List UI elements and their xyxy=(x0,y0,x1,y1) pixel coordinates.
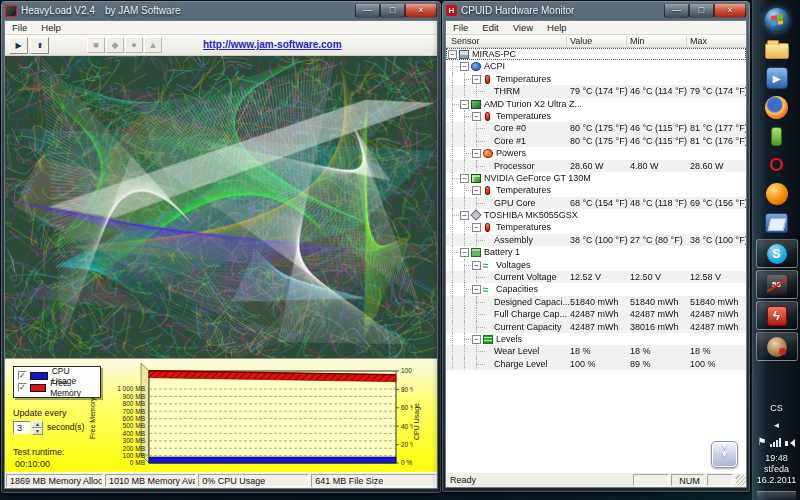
pause-test-button[interactable]: II xyxy=(30,37,49,54)
write-file-icon[interactable]: ◆ xyxy=(106,37,124,53)
tree-row[interactable]: −MIRAS-PC xyxy=(446,48,746,60)
collapse-icon[interactable]: − xyxy=(472,261,481,270)
collapse-icon[interactable]: − xyxy=(460,62,469,71)
jam-software-link[interactable]: http://www.jam-software.com xyxy=(203,39,342,50)
clock-day[interactable]: středa xyxy=(764,464,789,475)
tree-row[interactable]: Designed Capaci...51840 mWh51840 mWh5184… xyxy=(446,296,746,308)
collapse-icon[interactable]: − xyxy=(472,149,481,158)
close-button[interactable]: × xyxy=(714,4,746,18)
tree-row[interactable]: Assembly38 °C (100 °F)27 °C (80 °F)38 °C… xyxy=(446,234,746,246)
network-signal-icon[interactable] xyxy=(770,438,781,447)
expand-all-button[interactable]: ▼ ▼ xyxy=(711,441,738,468)
menu-item-help[interactable]: Help xyxy=(540,21,574,34)
resize-grip[interactable] xyxy=(736,475,746,485)
heavyload-titlebar[interactable]: HeavyLoad V2.4 by JAM Software — □ × xyxy=(1,1,441,20)
taskbar-item-firefox[interactable] xyxy=(765,93,788,121)
checkbox-checked-icon[interactable]: ✓ xyxy=(18,383,27,392)
stop-test-icon[interactable]: ■ xyxy=(87,37,105,53)
clock-date[interactable]: 16.2.2011 xyxy=(757,475,796,486)
minimize-button[interactable]: — xyxy=(664,4,689,18)
column-header-value[interactable]: Value xyxy=(570,36,592,46)
tree-row[interactable]: Charge Level100 %89 %100 % xyxy=(446,358,746,370)
minimize-button[interactable]: — xyxy=(355,4,380,18)
collapse-icon[interactable]: − xyxy=(472,75,481,84)
menu-item-file[interactable]: File xyxy=(5,21,34,34)
tree-row[interactable]: −≈Capacities xyxy=(446,283,746,295)
tree-row[interactable]: THRM79 °C (174 °F)46 °C (114 °F)79 °C (1… xyxy=(446,85,746,97)
collapse-icon[interactable]: − xyxy=(472,285,481,294)
tree-row[interactable]: −Temperatures xyxy=(446,221,746,233)
collapse-icon[interactable]: − xyxy=(460,211,469,220)
clock-time[interactable]: 19:48 xyxy=(765,453,788,464)
column-separator[interactable] xyxy=(686,36,687,46)
maximize-button[interactable]: □ xyxy=(380,4,405,18)
close-button[interactable]: × xyxy=(405,4,437,18)
taskbar-item-heavyload-running[interactable]: 50 xyxy=(756,270,798,299)
menu-item-file[interactable]: File xyxy=(446,21,475,34)
language-indicator[interactable]: CS xyxy=(770,403,783,413)
show-hidden-icons-arrow[interactable]: ◄ xyxy=(773,421,781,430)
menu-item-edit[interactable]: Edit xyxy=(475,21,505,34)
mb-axis-tick: 0 MB xyxy=(130,459,145,466)
column-separator[interactable] xyxy=(566,36,567,46)
column-header-max[interactable]: Max xyxy=(690,36,707,46)
start-test-button[interactable]: ▶ xyxy=(9,37,28,54)
tree-row[interactable]: Processor28.60 W4.80 W28.60 W xyxy=(446,160,746,172)
taskbar-item-phone-tool[interactable] xyxy=(771,122,782,150)
tree-row[interactable]: Current Voltage12.52 V12.50 V12.58 V xyxy=(446,271,746,283)
hwmonitor-titlebar[interactable]: H CPUID Hardware Monitor — □ × xyxy=(442,1,750,20)
tree-row[interactable]: −Levels xyxy=(446,333,746,345)
tree-row[interactable]: −Temperatures xyxy=(446,184,746,196)
show-desktop-button[interactable] xyxy=(757,491,796,500)
taskbar-item-opera[interactable]: O xyxy=(769,151,784,179)
menu-item-view[interactable]: View xyxy=(506,21,540,34)
maximize-button[interactable]: □ xyxy=(689,4,714,18)
taskbar-item-hwmonitor-running[interactable]: ϟ xyxy=(756,301,798,330)
tree-row[interactable]: −AMD Turion X2 Ultra Z... xyxy=(446,98,746,110)
tree-row[interactable]: −Temperatures xyxy=(446,110,746,122)
checkbox-checked-icon[interactable]: ✓ xyxy=(18,371,27,380)
collapse-icon[interactable]: − xyxy=(448,50,457,59)
tree-row[interactable]: Core #180 °C (175 °F)46 °C (115 °F)81 °C… xyxy=(446,135,746,147)
taskbar-item-irfanview-running[interactable] xyxy=(756,332,798,361)
tree-row[interactable]: −NVIDIA GeForce GT 130M xyxy=(446,172,746,184)
tree-row[interactable]: −TOSHIBA MK5055GSX xyxy=(446,209,746,221)
taskbar-item-image-app[interactable] xyxy=(765,209,788,237)
taskbar-item-media-player[interactable]: ▶ xyxy=(766,64,788,92)
start-button[interactable] xyxy=(765,6,789,34)
allocate-memory-icon[interactable]: ● xyxy=(125,37,143,53)
collapse-icon[interactable]: − xyxy=(472,335,481,344)
tree-row[interactable]: −≈Voltages xyxy=(446,259,746,271)
taskbar-item-avast[interactable] xyxy=(766,180,788,208)
taskbar-item-skype-running[interactable]: S xyxy=(756,239,798,268)
simulate-load-icon[interactable]: ▲ xyxy=(144,37,162,53)
taskbar-item-explorer[interactable] xyxy=(765,35,789,63)
collapse-icon[interactable]: − xyxy=(472,112,481,121)
tree-row[interactable]: Full Charge Cap...42487 mWh42487 mWh4248… xyxy=(446,308,746,320)
sensor-min: 51840 mWh xyxy=(630,297,679,307)
tree-row[interactable]: −Temperatures xyxy=(446,73,746,85)
update-interval-value[interactable]: 3 xyxy=(13,421,31,434)
update-interval-stepper[interactable]: 3 ▲ ▼ second(s) xyxy=(13,421,84,434)
column-separator[interactable] xyxy=(626,36,627,46)
tree-row[interactable]: −ACPI xyxy=(446,60,746,72)
tree-row[interactable]: Wear Level18 %18 %18 % xyxy=(446,345,746,357)
collapse-icon[interactable]: − xyxy=(472,186,481,195)
stepper-down-icon[interactable]: ▼ xyxy=(32,428,43,435)
collapse-icon[interactable]: − xyxy=(460,174,469,183)
collapse-icon[interactable]: − xyxy=(460,248,469,257)
tree-row[interactable]: −Powers xyxy=(446,147,746,159)
tree-row[interactable]: −Battery 1 xyxy=(446,246,746,258)
tree-row[interactable]: Current Capacity42487 mWh38016 mWh42487 … xyxy=(446,321,746,333)
column-separator[interactable] xyxy=(746,36,747,46)
collapse-icon[interactable]: − xyxy=(472,223,481,232)
volume-speaker-icon[interactable] xyxy=(785,439,795,447)
column-header-min[interactable]: Min xyxy=(630,36,645,46)
action-center-flag-icon[interactable]: ⚑ xyxy=(758,437,767,447)
tree-row[interactable]: GPU Core68 °C (154 °F)48 °C (118 °F)69 °… xyxy=(446,197,746,209)
menu-item-help[interactable]: Help xyxy=(34,21,68,34)
collapse-icon[interactable]: − xyxy=(460,100,469,109)
tree-row[interactable]: Core #080 °C (175 °F)46 °C (115 °F)81 °C… xyxy=(446,122,746,134)
column-header-sensor[interactable]: Sensor xyxy=(451,36,480,46)
stepper-up-icon[interactable]: ▲ xyxy=(32,421,43,428)
